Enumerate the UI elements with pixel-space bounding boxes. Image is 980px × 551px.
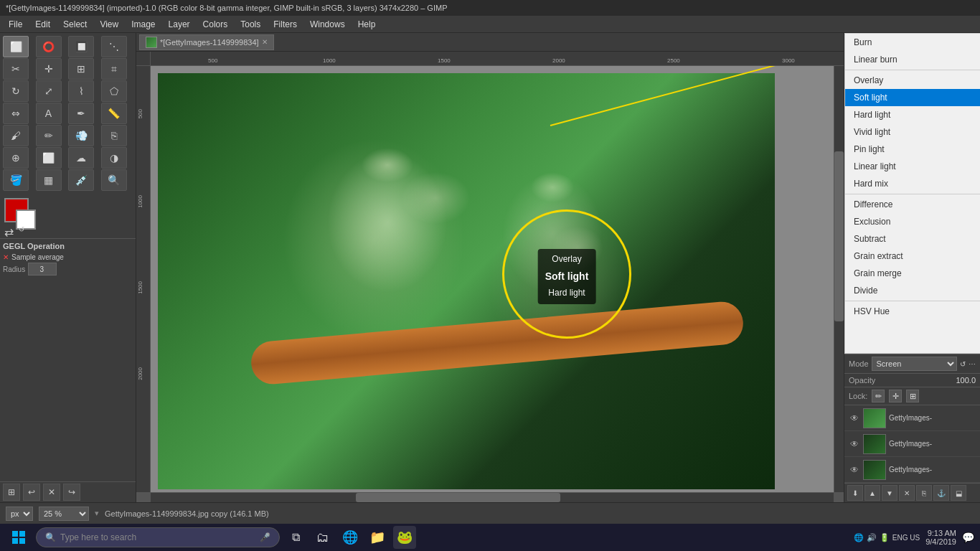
- mode-soft-light[interactable]: Soft light: [845, 89, 980, 106]
- tool-scale[interactable]: ⤢: [36, 80, 62, 102]
- zoom-down-btn[interactable]: ▾: [95, 509, 99, 518]
- tool-select-free[interactable]: 🔲: [68, 36, 94, 57]
- mode-vivid-light[interactable]: Vivid light: [845, 123, 980, 141]
- mode-grain-extract[interactable]: Grain extract: [845, 248, 980, 265]
- tool-flip[interactable]: ⇔: [3, 103, 29, 124]
- mode-exclusion[interactable]: Exclusion: [845, 213, 980, 230]
- layer-down-btn[interactable]: ▼: [882, 485, 897, 501]
- mode-grain-merge[interactable]: Grain merge: [845, 265, 980, 282]
- layer-item-3[interactable]: 👁 GettyImages-: [844, 457, 980, 483]
- tool-path[interactable]: ✒: [68, 103, 94, 124]
- menu-help[interactable]: Help: [352, 18, 382, 31]
- menu-select[interactable]: Select: [57, 18, 93, 31]
- tool-scissors[interactable]: ✂: [3, 58, 29, 80]
- tool-perspective[interactable]: ⬠: [101, 80, 127, 102]
- menu-layer[interactable]: Layer: [163, 18, 196, 31]
- tool-dodge-burn[interactable]: ◑: [101, 147, 127, 169]
- lock-all-btn[interactable]: ⊞: [906, 390, 919, 402]
- tool-align[interactable]: ⊞: [68, 58, 94, 80]
- tool-clone[interactable]: ⎘: [101, 125, 127, 146]
- layer-new-btn[interactable]: ⬇: [847, 485, 863, 501]
- layer-item-2[interactable]: 👁 GettyImages-: [844, 431, 980, 457]
- microphone-icon[interactable]: 🎤: [260, 532, 270, 542]
- tool-airbrush[interactable]: 💨: [68, 125, 94, 146]
- tool-smudge[interactable]: ☁: [68, 147, 94, 169]
- mode-linear-light[interactable]: Linear light: [845, 158, 980, 175]
- canvas-viewport[interactable]: Overlay Soft light Hard light: [151, 66, 834, 492]
- layer-item-1[interactable]: 👁 GettyImages-: [844, 405, 980, 431]
- delete-btn[interactable]: ✕: [43, 484, 60, 501]
- taskbar-clock[interactable]: 9:13 AM 9/4/2019: [925, 529, 956, 546]
- layer-delete-btn[interactable]: ✕: [899, 485, 915, 501]
- tool-text[interactable]: A: [36, 103, 62, 124]
- layer-mode-select[interactable]: Screen: [872, 357, 957, 371]
- layer-mode-expand[interactable]: ⋯: [969, 360, 976, 368]
- taskbar-notification-icon[interactable]: 💬: [962, 532, 974, 543]
- mode-pin-light[interactable]: Pin light: [845, 141, 980, 158]
- menu-windows[interactable]: Windows: [304, 18, 351, 31]
- layer-eye-3[interactable]: 👁: [849, 464, 860, 476]
- menu-file[interactable]: File: [3, 18, 28, 31]
- tool-color-picker[interactable]: 💉: [68, 169, 94, 191]
- mode-linear-burn[interactable]: Linear burn: [845, 51, 980, 68]
- zoom-select[interactable]: 25 %: [39, 507, 89, 521]
- new-image-btn[interactable]: ⊞: [3, 484, 20, 501]
- mode-hard-mix[interactable]: Hard mix: [845, 175, 980, 192]
- mode-overlay[interactable]: Overlay: [845, 72, 980, 89]
- tool-rotate[interactable]: ↻: [3, 80, 29, 102]
- tool-zoom[interactable]: 🔍: [101, 169, 127, 191]
- tool-measure[interactable]: 📏: [101, 103, 127, 124]
- menu-view[interactable]: View: [94, 18, 124, 31]
- mode-subtract[interactable]: Subtract: [845, 230, 980, 248]
- tool-healing[interactable]: ⊕: [3, 147, 29, 169]
- layer-duplicate-btn[interactable]: ⎘: [916, 485, 932, 501]
- tool-fuzzy-select[interactable]: ⋱: [101, 36, 127, 57]
- tool-crop[interactable]: ⌗: [101, 58, 127, 80]
- vertical-scrollbar[interactable]: [834, 66, 844, 492]
- undo-btn[interactable]: ↩: [23, 484, 40, 501]
- taskbar: 🔍 Type here to search 🎤 ⧉ 🗂 🌐 📁 🐸 🌐 🔊 🔋 …: [0, 524, 980, 551]
- lock-pixel-btn[interactable]: ✏: [872, 390, 885, 402]
- canvas-tab-active[interactable]: *[GettyImages-1149999834] ✕: [139, 34, 274, 50]
- menu-filters[interactable]: Filters: [268, 18, 303, 31]
- taskbar-gimp-btn[interactable]: 🐸: [393, 526, 416, 549]
- taskbar-browser-btn[interactable]: 🌐: [339, 526, 362, 549]
- mode-difference[interactable]: Difference: [845, 196, 980, 213]
- tool-paintbrush[interactable]: 🖌: [3, 125, 29, 146]
- mode-hsv-hue[interactable]: HSV Hue: [845, 303, 980, 320]
- menu-edit[interactable]: Edit: [29, 18, 56, 31]
- radius-input[interactable]: [28, 263, 57, 276]
- taskbar-folder-btn[interactable]: 📁: [366, 526, 389, 549]
- canvas-tab-close[interactable]: ✕: [262, 38, 268, 46]
- taskbar-taskview-btn[interactable]: ⧉: [284, 526, 307, 549]
- tool-select-ellipse[interactable]: ⭕: [36, 36, 62, 57]
- unit-select[interactable]: px: [6, 507, 33, 521]
- layer-up-btn[interactable]: ▲: [864, 485, 880, 501]
- tool-select-rect[interactable]: ⬜: [3, 36, 29, 57]
- tool-blend[interactable]: ▦: [36, 169, 62, 191]
- layer-eye-1[interactable]: 👁: [849, 413, 860, 424]
- reset-colors-icon[interactable]: ↺: [19, 225, 24, 233]
- layer-eye-2[interactable]: 👁: [849, 438, 860, 450]
- mode-divide[interactable]: Divide: [845, 282, 980, 299]
- mode-hard-light[interactable]: Hard light: [845, 106, 980, 123]
- taskbar-search-bar[interactable]: 🔍 Type here to search 🎤: [36, 527, 280, 547]
- tool-shear[interactable]: ⌇: [68, 80, 94, 102]
- menu-colors[interactable]: Colors: [197, 18, 234, 31]
- lock-position-btn[interactable]: ✛: [889, 390, 902, 402]
- mode-burn[interactable]: Burn: [845, 34, 980, 51]
- layer-mode-reset[interactable]: ↺: [960, 360, 966, 368]
- tool-eraser[interactable]: ⬜: [36, 147, 62, 169]
- menu-image[interactable]: Image: [126, 18, 161, 31]
- tool-bucket-fill[interactable]: 🪣: [3, 169, 29, 191]
- redo-btn[interactable]: ↪: [63, 484, 80, 501]
- menu-tools[interactable]: Tools: [235, 18, 266, 31]
- layer-merge-btn[interactable]: ⬓: [951, 485, 966, 501]
- start-button[interactable]: [6, 524, 32, 550]
- taskbar-filemanager-btn[interactable]: 🗂: [311, 526, 334, 549]
- tool-pencil[interactable]: ✏: [36, 125, 62, 146]
- layer-anchor-btn[interactable]: ⚓: [933, 485, 949, 501]
- swap-colors-icon[interactable]: ⇄: [4, 225, 14, 239]
- horizontal-scrollbar[interactable]: [151, 492, 834, 502]
- tool-move[interactable]: ✛: [36, 58, 62, 80]
